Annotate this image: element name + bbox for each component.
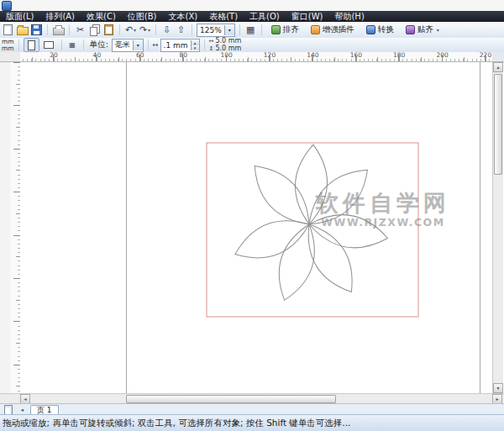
convert-icon <box>366 25 375 34</box>
menu-text[interactable]: 文本(X) <box>163 11 204 22</box>
toolbar-separator <box>119 24 120 35</box>
ruler-origin-corner[interactable] <box>0 52 21 62</box>
drawing-canvas[interactable]: 软件自学网 WWW.RJZXW.COM <box>20 62 492 393</box>
convert-button[interactable]: 转换 <box>361 23 399 38</box>
paste-button[interactable] <box>102 24 115 36</box>
new-document-button[interactable] <box>2 24 14 36</box>
units-combo[interactable]: 毫米 ▾ <box>112 39 144 52</box>
paste-icon <box>104 24 113 35</box>
landscape-orientation-button[interactable] <box>41 38 57 52</box>
zoom-level-combo[interactable]: 125% ▾ <box>197 24 235 37</box>
copy-icon <box>90 27 97 36</box>
toolbar-separator <box>239 24 240 35</box>
scroll-left-icon: ◂ <box>24 397 26 402</box>
page-icon <box>4 405 13 415</box>
ruler-number: 120 <box>264 52 276 59</box>
snap-to-button[interactable]: 贴齐 ▾ <box>401 23 444 38</box>
ruler-number: 20 <box>50 52 58 59</box>
ruler-number: 80 <box>179 52 187 59</box>
ruler-number: 100 <box>220 52 232 59</box>
snap-to-icon <box>406 25 415 34</box>
spin-down-icon[interactable]: ▾ <box>192 45 199 50</box>
ruler-number: 40 <box>93 52 102 59</box>
coreldraw-window: { "menu_bar": { "items": [ {"label": "版面… <box>0 0 504 431</box>
toolbar-separator <box>261 24 262 35</box>
ruler-number: 180 <box>393 52 405 59</box>
copy-button[interactable] <box>88 24 101 36</box>
export-button[interactable]: ⇧ <box>175 24 187 36</box>
import-button[interactable]: ⇩ <box>160 24 173 36</box>
toolbar-separator <box>69 24 70 35</box>
vertical-scrollbar[interactable]: ▴ ▾ <box>492 62 503 393</box>
ruler-number: 60 <box>136 52 144 59</box>
align-plugin-label: 排齐 <box>283 24 299 35</box>
export-icon: ⇧ <box>177 25 185 34</box>
menu-arrange[interactable]: 排列(A) <box>39 11 81 22</box>
launcher-icon: ▦ <box>246 25 255 34</box>
import-icon: ⇩ <box>163 25 171 34</box>
menu-help[interactable]: 帮助(H) <box>328 11 370 22</box>
menu-table[interactable]: 表格(T) <box>203 11 244 22</box>
chevron-down-icon: ▾ <box>437 27 439 33</box>
duplicate-distance-fields[interactable]: ↔ 5.0 mm ↕ 5.0 mm <box>209 38 242 52</box>
enhanced-plugins-button[interactable]: 增强插件 <box>306 23 360 38</box>
flower-petal[interactable] <box>270 219 324 305</box>
scroll-up-icon: ▴ <box>496 65 499 70</box>
align-plugin-button[interactable]: 排齐 <box>266 23 304 38</box>
menu-bitmaps[interactable]: 位图(B) <box>122 11 163 22</box>
chevron-down-icon[interactable]: ▾ <box>133 40 143 50</box>
print-icon <box>53 28 65 35</box>
duplicate-x-value: 5.0 mm <box>215 38 241 45</box>
scroll-up-button[interactable]: ▴ <box>493 62 503 72</box>
toolbar-separator <box>192 24 192 35</box>
chevron-down-icon[interactable]: ▾ <box>224 25 234 35</box>
enhanced-plugins-icon <box>311 25 320 34</box>
rectangle-object[interactable] <box>207 143 418 317</box>
toolbar-separator <box>155 24 156 35</box>
vertical-scroll-thumb[interactable] <box>494 74 502 175</box>
undo-icon: ↶ <box>125 25 133 34</box>
open-button[interactable] <box>16 24 29 36</box>
cut-icon: ✂ <box>76 25 84 34</box>
page-navigator: ◂ 页 1 <box>0 403 504 415</box>
menu-tools[interactable]: 工具(O) <box>244 11 286 22</box>
ruler-right-filler <box>492 52 504 62</box>
save-button[interactable] <box>30 24 43 36</box>
zoom-level-value: 125% <box>197 26 224 34</box>
nudge-offset-stepper[interactable]: .1 mm ▴ ▾ <box>160 39 200 52</box>
portrait-orientation-button[interactable] <box>24 38 39 52</box>
menu-layout[interactable]: 版面(L) <box>0 11 39 22</box>
enhanced-plugins-label: 增强插件 <box>323 24 354 35</box>
menu-bar: 版面(L) 排列(A) 效果(C) 位图(B) 文本(X) 表格(T) 工具(O… <box>0 11 504 22</box>
property-bar: mm mm ▦ 单位: 毫米 ▾ ↔ .1 mm ▴ ▾ ↔ 5.0 mm ↕ … <box>0 38 504 53</box>
page-options-icon: ▦ <box>69 42 76 49</box>
page-width-unit: mm <box>2 39 14 45</box>
print-button[interactable] <box>52 24 65 36</box>
new-document-icon <box>3 24 13 35</box>
menu-effects[interactable]: 效果(C) <box>81 11 122 22</box>
page-size-fields[interactable]: mm mm <box>1 39 14 52</box>
flower-drawing[interactable] <box>20 62 492 393</box>
redo-button[interactable]: ↷▾ <box>139 24 151 36</box>
flower-petal[interactable] <box>296 216 365 301</box>
flower-petal[interactable] <box>229 209 315 269</box>
horizontal-ruler[interactable]: 20406080100120140160180200220 <box>20 52 492 62</box>
units-label: 单位: <box>88 39 110 50</box>
units-value: 毫米 <box>113 39 133 50</box>
redo-icon: ↷ <box>139 25 147 34</box>
page-options-button[interactable]: ▦ <box>66 39 79 51</box>
page-height-unit: mm <box>2 45 14 52</box>
menu-window[interactable]: 窗口(W) <box>286 11 329 22</box>
status-hint-text: 拖动或缩放; 再单击可旋转或倾斜; 双击工具, 可选择所有对象; 按住 Shif… <box>3 418 350 429</box>
portrait-icon <box>28 40 35 50</box>
undo-button[interactable]: ↶▾ <box>124 24 137 36</box>
previous-page-icon: ◂ <box>21 407 24 413</box>
ruler-number: 160 <box>350 52 362 59</box>
cut-button[interactable]: ✂ <box>74 24 87 36</box>
save-icon <box>31 24 42 35</box>
scroll-down-button[interactable]: ▾ <box>493 383 503 393</box>
flower-petal[interactable] <box>307 208 391 254</box>
redo-dropdown-icon: ▾ <box>148 27 150 33</box>
application-launcher-button[interactable]: ▦ <box>244 24 257 36</box>
horizontal-scroll-thumb[interactable] <box>126 395 336 403</box>
